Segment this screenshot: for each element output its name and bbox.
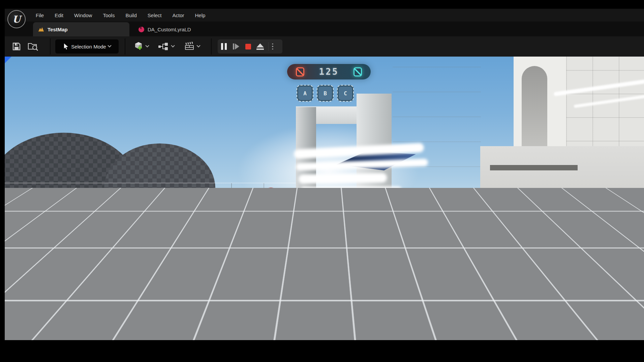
folder-search-icon (28, 42, 38, 51)
selection-mode-dropdown[interactable]: Selection Mode (55, 39, 119, 54)
chevron-down-icon (196, 44, 200, 47)
add-actor-dropdown[interactable] (131, 40, 151, 53)
pause-icon (221, 43, 227, 50)
cyan-trail (337, 201, 367, 238)
toolbar-separator (50, 38, 51, 55)
scoreboard: 0 125 0 (287, 64, 371, 79)
browse-content-button[interactable] (26, 40, 40, 53)
save-icon (12, 42, 21, 51)
cursor-icon (63, 43, 69, 50)
cinematics-dropdown[interactable] (181, 40, 203, 53)
save-button[interactable] (10, 40, 23, 53)
eject-icon (256, 43, 264, 50)
frame-skip-icon (233, 43, 239, 50)
viewport-corner-marker (5, 57, 11, 63)
unreal-engine-logo-icon[interactable]: U (7, 10, 26, 28)
arch-opening (522, 66, 547, 147)
balcony-ledge (490, 165, 578, 170)
tab-bar: TestMap DA_CustomLyraLD (5, 22, 644, 36)
frame-skip-button[interactable] (230, 39, 242, 54)
chevron-down-icon (145, 44, 149, 47)
data-asset-icon (139, 27, 144, 32)
yellow-light-beam-core (345, 245, 347, 296)
tab-da-customlyrald[interactable]: DA_CustomLyraLD (133, 22, 197, 36)
pipe-elbow (388, 192, 394, 209)
control-point-b: B (317, 85, 334, 102)
stop-icon (245, 44, 251, 50)
right-lower-wall (480, 146, 644, 259)
blueprints-dropdown[interactable] (156, 40, 177, 53)
chevron-down-icon (108, 44, 111, 47)
overexposed-streak (299, 173, 387, 184)
menu-window[interactable]: Window (69, 12, 97, 18)
control-point-c: C (337, 85, 354, 102)
level-icon (38, 27, 44, 32)
selection-mode-label: Selection Mode (71, 44, 106, 50)
tab-testmap[interactable]: TestMap (33, 22, 129, 36)
eject-button[interactable] (254, 39, 266, 54)
chevron-down-icon (171, 44, 175, 47)
blue-team-score: 0 (354, 67, 362, 76)
toolbar-separator (211, 38, 212, 55)
menu-bar: File Edit Window Tools Build Select Acto… (5, 9, 644, 22)
tab-label: DA_CustomLyraLD (148, 27, 191, 32)
stop-button[interactable] (242, 39, 254, 54)
menu-actor[interactable]: Actor (167, 12, 189, 18)
clapperboard-icon (184, 42, 195, 51)
menu-select[interactable]: Select (142, 12, 167, 18)
play-options-menu[interactable] (268, 42, 273, 51)
player-character (233, 186, 334, 340)
toolbar-separator (125, 38, 125, 55)
tab-label: TestMap (48, 27, 68, 32)
menu-tools[interactable]: Tools (97, 12, 120, 18)
match-timer: 125 (319, 67, 339, 77)
add-cube-icon (134, 41, 144, 52)
menu-edit[interactable]: Edit (49, 12, 69, 18)
menu-help[interactable]: Help (190, 12, 211, 18)
low-barrier (391, 196, 483, 237)
blueprint-nodes-icon (158, 42, 170, 51)
red-team-score: 0 (296, 67, 304, 76)
main-toolbar: Selection Mode (5, 36, 644, 57)
game-viewport[interactable]: 0 125 0 A B C Eliza (5, 57, 644, 340)
control-points: A B C (297, 85, 354, 102)
unreal-editor-window: File Edit Window Tools Build Select Acto… (0, 0, 644, 362)
menu-build[interactable]: Build (120, 12, 142, 18)
pause-button[interactable] (218, 39, 230, 54)
menu-file[interactable]: File (30, 12, 49, 18)
play-controls (218, 39, 282, 54)
control-point-a: A (297, 85, 313, 102)
